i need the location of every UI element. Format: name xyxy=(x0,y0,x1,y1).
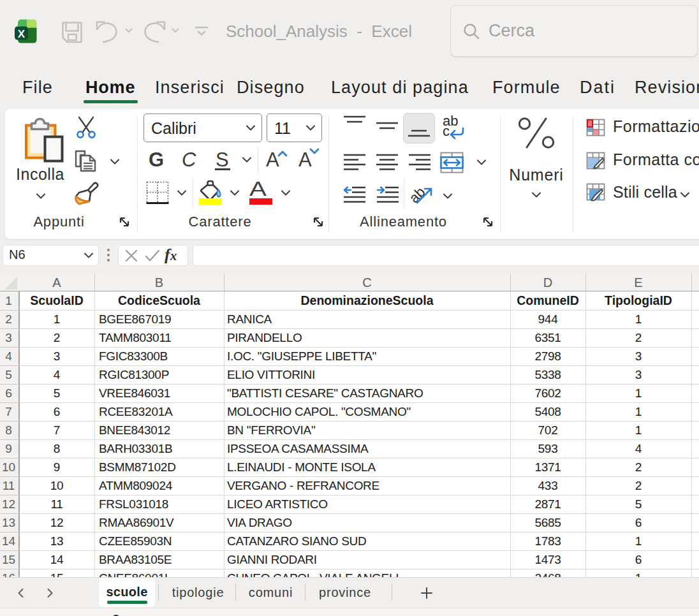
svg-text:X: X xyxy=(18,28,26,40)
